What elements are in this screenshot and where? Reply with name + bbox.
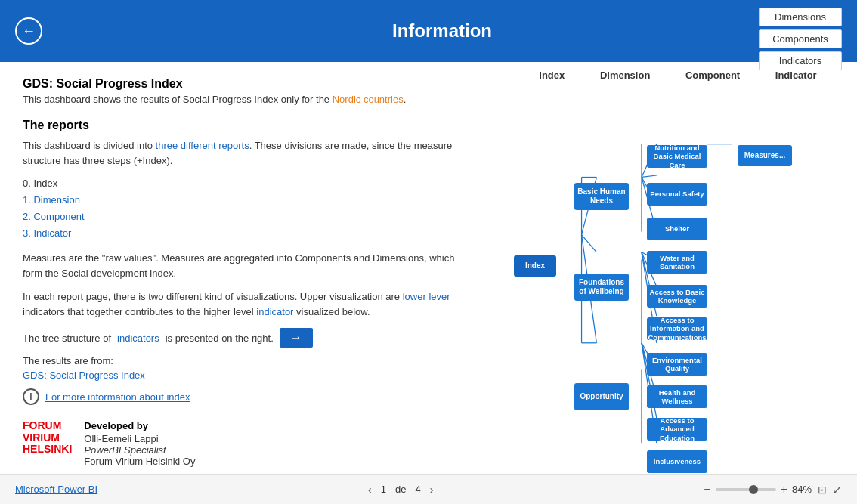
comp-access-basic[interactable]: Access to Basic Knowledge: [647, 285, 707, 308]
page-current: 1: [381, 484, 386, 495]
forum-line1: FORUM: [23, 420, 72, 431]
header: ← Information Dimensions Components Indi…: [0, 0, 857, 62]
comp-health[interactable]: Health and Wellness: [647, 385, 707, 408]
list-item-1: 1. Dimension: [23, 192, 476, 209]
main-container: ← Information Dimensions Components Indi…: [0, 0, 857, 504]
viz-highlight2: indicator: [256, 306, 293, 317]
list-item-0: 0. Index: [23, 175, 476, 192]
measures-text: Measures are the "raw values". Measures …: [23, 251, 476, 280]
gds-subtitle-highlight: Nordic countries: [333, 94, 404, 105]
indicator-measures[interactable]: Measures...: [738, 145, 792, 166]
reports-desc-plain: This dashboard is divided into: [23, 140, 156, 151]
tree-text: The tree structure of indicators is pres…: [23, 328, 476, 348]
developer-org: Forum Virium Helsinki Oy: [84, 456, 195, 467]
developer-section: FORUM VIRIUM HELSINKI Developed by Olli-…: [23, 420, 476, 467]
right-panel: Index Dimension Component Indicator: [499, 62, 857, 474]
zoom-out-button[interactable]: −: [704, 483, 710, 496]
comp-nutrition[interactable]: Nutrition and Basic Medical Care: [647, 145, 707, 168]
info-link[interactable]: For more information about index: [45, 391, 190, 403]
components-button[interactable]: Components: [759, 29, 842, 48]
comp-inclusiveness[interactable]: Inclusiveness: [647, 450, 707, 473]
gds-subtitle-end: .: [404, 94, 407, 105]
viz-mid: indicators that together contributes to …: [23, 306, 256, 317]
zoom-thumb: [749, 485, 758, 494]
header-dimension: Dimension: [600, 70, 650, 81]
tree-container: Index Basic Human Needs Foundations of W…: [514, 85, 842, 447]
fit-button[interactable]: ⊡: [818, 484, 827, 496]
info-icon: i: [23, 388, 39, 405]
fullscreen-button[interactable]: ⤢: [833, 484, 842, 496]
tree-headers: Index Dimension Component Indicator: [514, 70, 842, 81]
list-item-3: 3. Indicator: [23, 225, 476, 242]
zoom-in-button[interactable]: +: [781, 483, 787, 496]
gds-subtitle-plain: This dashboard shows the results of Soci…: [23, 94, 333, 105]
back-button[interactable]: ←: [15, 17, 42, 45]
comp-access-info[interactable]: Access to Information and Communications: [647, 317, 707, 340]
developer-title: Developed by: [84, 420, 195, 431]
report-list: 0. Index 1. Dimension 2. Component 3. In…: [23, 175, 476, 242]
powerbi-link[interactable]: Microsoft Power BI: [15, 484, 97, 495]
list-item-2: 2. Component: [23, 209, 476, 225]
developer-name: Olli-Eemeli Lappi: [84, 433, 195, 444]
viz-end: visualized below.: [293, 306, 370, 317]
reports-desc-highlight: three different reports: [156, 140, 249, 151]
developer-info: Developed by Olli-Eemeli Lappi PowerBI S…: [84, 420, 195, 467]
zoom-percent: 84%: [792, 484, 812, 495]
tree-end: is presented on the right.: [166, 332, 274, 344]
footer-right: − + 84% ⊡ ⤢: [704, 483, 842, 496]
content-area: GDS: Social Progress Index This dashboar…: [0, 62, 857, 474]
header-component: Component: [685, 70, 740, 81]
index-node[interactable]: Index: [514, 255, 556, 277]
viz-plain: In each report page, there is two differ…: [23, 291, 403, 302]
dim-basic-human-needs[interactable]: Basic Human Needs: [574, 183, 629, 210]
tree-plain: The tree structure of: [23, 332, 111, 344]
forum-line2: VIRIUM: [23, 432, 72, 444]
gds-subtitle: This dashboard shows the results of Soci…: [23, 94, 476, 105]
svg-line-7: [642, 175, 657, 177]
tree-highlight: indicators: [117, 332, 159, 344]
dim-foundations[interactable]: Foundations of Wellbeing: [574, 274, 629, 301]
comp-shelter[interactable]: Shelter: [647, 218, 707, 240]
header-index: Index: [539, 70, 565, 81]
info-row: i For more information about index: [23, 388, 476, 405]
comp-water[interactable]: Water and Sanitation: [647, 251, 707, 274]
zoom-controls: − + 84%: [704, 483, 812, 496]
forum-logo: FORUM VIRIUM HELSINKI: [23, 420, 72, 455]
comp-access-advanced[interactable]: Access to Advanced Education: [647, 418, 707, 441]
viz-text: In each report page, there is two differ…: [23, 289, 476, 319]
reports-desc: This dashboard is divided into three dif…: [23, 138, 476, 168]
page-total: 4: [415, 484, 420, 495]
svg-line-1: [582, 235, 597, 252]
page-title: Information: [42, 20, 842, 42]
zoom-slider[interactable]: [716, 488, 776, 491]
developer-role: PowerBI Specialist: [84, 444, 195, 456]
next-page-button[interactable]: ›: [430, 484, 434, 496]
comp-env-quality[interactable]: Environmental Quality: [647, 353, 707, 376]
left-panel: GDS: Social Progress Index This dashboar…: [0, 62, 499, 474]
viz-highlight1: lower lever: [403, 291, 450, 302]
arrow-icon: →: [280, 328, 313, 348]
gds-title: GDS: Social Progress Index: [23, 77, 476, 91]
results-line1: The results are from:: [23, 355, 476, 366]
page-navigation: ‹ 1 de 4 ›: [368, 484, 433, 496]
comp-personal-safety[interactable]: Personal Safety: [647, 183, 707, 206]
forum-line3: HELSINKI: [23, 444, 72, 455]
page-separator: de: [395, 484, 406, 495]
prev-page-button[interactable]: ‹: [368, 484, 372, 496]
dimensions-button[interactable]: Dimensions: [759, 8, 842, 26]
header-indicator: Indicator: [775, 70, 817, 81]
dim-opportunity[interactable]: Opportunity: [574, 383, 629, 410]
reports-title: The reports: [23, 119, 476, 132]
results-line2: GDS: Social Progress Index: [23, 369, 476, 381]
header-buttons: Dimensions Components Indicators: [759, 8, 842, 70]
footer: Microsoft Power BI ‹ 1 de 4 › − + 84% ⊡ …: [0, 474, 857, 504]
